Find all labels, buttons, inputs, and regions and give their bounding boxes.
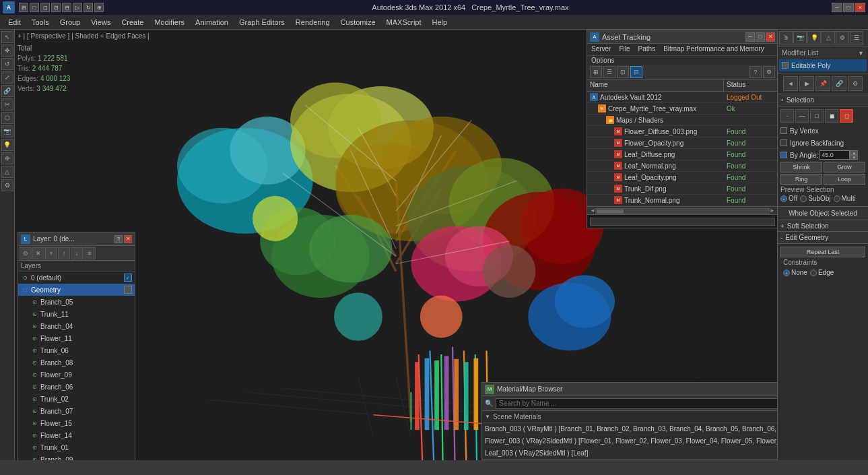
edge-constraint-radio[interactable] (810, 270, 817, 276)
modifier-dropdown-arrow[interactable]: ▼ (858, 50, 864, 57)
tool-systems[interactable]: ⚙ (1, 179, 13, 191)
layers-tool-6[interactable]: ≡ (84, 247, 96, 259)
menu-tools[interactable]: Tools (26, 17, 55, 28)
layer-item-branch09[interactable]: ⊙Branch_09 (18, 453, 135, 460)
layers-tool-5[interactable]: ↓ (71, 247, 83, 259)
rt-icon-4[interactable]: △ (822, 31, 835, 44)
scene-materials-toggle[interactable]: ▼ (485, 414, 490, 420)
rt-icon-3[interactable]: 💡 (807, 31, 821, 44)
at-tool-1[interactable]: ⊞ (590, 66, 602, 78)
menu-animation[interactable]: Animation (190, 17, 234, 28)
at-row-vault[interactable]: A Autodesk Vault 2012 Logged Out (587, 92, 777, 103)
at-row-leaf-opacity[interactable]: M Leaf_Opacity.png Found (587, 172, 777, 183)
layer-item-flower11[interactable]: ⊙Flower_11 (18, 332, 135, 344)
none-constraint-radio[interactable] (783, 270, 790, 276)
menu-rendering[interactable]: Rendering (290, 17, 335, 28)
menu-customize[interactable]: Customize (335, 17, 381, 28)
close-button[interactable]: ✕ (855, 3, 865, 12)
tb-icon-2[interactable]: □ (30, 3, 39, 12)
at-menu-file[interactable]: File (615, 44, 634, 55)
at-row-trunk-normal[interactable]: M Trunk_Normal.png Found (587, 195, 777, 206)
tb-icon-5[interactable]: ⊟ (62, 3, 71, 12)
modifier-checkbox[interactable] (782, 62, 789, 69)
ra-icon-link[interactable]: 🔗 (832, 76, 846, 91)
ra-icon-play[interactable]: ▶ (799, 76, 814, 91)
rt-icon-5[interactable]: ⚙ (836, 31, 849, 44)
layers-help-button[interactable]: ? (114, 235, 123, 243)
at-settings-button[interactable]: ⚙ (763, 66, 775, 78)
layer-item-trunk11[interactable]: ⊙Trunk_11 (18, 308, 135, 320)
off-radio[interactable] (780, 195, 787, 202)
at-tool-4[interactable]: ⊟ (630, 66, 642, 78)
ra-icon-settings[interactable]: ⚙ (848, 76, 863, 91)
tb-icon-4[interactable]: ⊡ (51, 3, 61, 12)
layer-item-flower14[interactable]: ⊙Flower_14 (18, 429, 135, 441)
angle-input[interactable] (820, 150, 850, 160)
sel-icon-vertex[interactable]: · (780, 109, 794, 123)
layer-item-default[interactable]: ⊙ 0 (default) ✓ (18, 272, 135, 284)
tool-light[interactable]: 💡 (1, 139, 13, 151)
menu-modifiers[interactable]: Modifiers (149, 17, 190, 28)
menu-create[interactable]: Create (116, 17, 149, 28)
layer-item-trunk06[interactable]: ⊙Trunk_06 (18, 344, 135, 356)
rt-icon-6[interactable]: ☰ (850, 31, 863, 44)
modifier-editable-poly[interactable]: Editable Poly (779, 59, 867, 71)
layers-tool-2[interactable]: ✕ (32, 247, 44, 259)
layer-item-branch06[interactable]: ⊙Branch_06 (18, 381, 135, 393)
layers-tool-3[interactable]: + (45, 247, 57, 259)
selection-section-header[interactable]: + Selection (778, 94, 868, 106)
rt-icon-2[interactable]: 📷 (793, 31, 807, 44)
at-menu-server[interactable]: Server (587, 44, 615, 55)
layer-item-flower09[interactable]: ⊙Flower_09 (18, 369, 135, 381)
layer-item-trunk01[interactable]: ⊙Trunk_01 (18, 441, 135, 453)
sel-icon-poly[interactable]: ◼ (825, 109, 838, 123)
layers-close-button[interactable]: ✕ (124, 235, 132, 243)
tool-link[interactable]: 🔗 (1, 85, 13, 97)
material-search-input[interactable] (496, 398, 777, 409)
edit-geometry-header[interactable]: - Edit Geometry (778, 232, 868, 244)
at-minimize-button[interactable]: ─ (745, 32, 755, 42)
at-tool-2[interactable]: ☰ (603, 66, 615, 78)
layer-item-branch05[interactable]: ⊙Branch_05 (18, 296, 135, 308)
tool-bind[interactable]: ⬡ (1, 112, 13, 124)
multi-radio[interactable] (834, 195, 840, 202)
at-options-item[interactable]: Options (587, 56, 777, 65)
tb-icon-7[interactable]: ↻ (84, 3, 93, 12)
layer-item-branch04[interactable]: ⊙Branch_04 (18, 320, 135, 332)
angle-down-button[interactable]: ▼ (850, 155, 858, 160)
tool-scale[interactable]: ⤢ (1, 71, 13, 84)
menu-edit[interactable]: Edit (3, 17, 26, 28)
layer-box-geometry[interactable] (124, 286, 132, 294)
tb-icon-8[interactable]: ⊕ (94, 3, 104, 12)
tb-icon-1[interactable]: ⊞ (19, 3, 28, 12)
at-restore-button[interactable]: □ (756, 32, 765, 42)
tool-unlink[interactable]: ✂ (1, 98, 13, 110)
at-scroll-left-icon[interactable]: ◄ (590, 208, 595, 214)
layers-tool-1[interactable]: ⊙ (20, 247, 32, 259)
at-row-leaf-normal[interactable]: M Leaf_Normal.png Found (587, 160, 777, 172)
layer-item-branch07[interactable]: ⊙Branch_07 (18, 405, 135, 417)
ra-icon-pin[interactable]: 📌 (815, 76, 830, 91)
tool-rotate[interactable]: ↺ (1, 58, 13, 70)
layer-item-branch08[interactable]: ⊙Branch_08 (18, 356, 135, 369)
layers-list[interactable]: ⊙ 0 (default) ✓ □ Geometry ⊙Branch_05 ⊙T… (18, 272, 135, 460)
at-menu-paths[interactable]: Paths (634, 44, 660, 55)
at-tool-3[interactable]: ⊡ (617, 66, 629, 78)
layer-item-flower15[interactable]: ⊙Flower_15 (18, 417, 135, 429)
menu-maxscript[interactable]: MAXScript (381, 17, 427, 28)
layer-check-default[interactable]: ✓ (124, 274, 132, 282)
restore-button[interactable]: □ (843, 3, 854, 12)
loop-button[interactable]: Loop (824, 174, 865, 185)
menu-views[interactable]: Views (86, 17, 116, 28)
subobj-radio[interactable] (800, 195, 807, 202)
at-row-leaf-diffuse[interactable]: M Leaf_Diffuse.png Found (587, 149, 777, 160)
menu-group[interactable]: Group (55, 17, 86, 28)
soft-selection-header[interactable]: + Soft Selection (778, 220, 868, 232)
tool-move[interactable]: ✥ (1, 44, 13, 57)
tool-shape[interactable]: △ (1, 166, 13, 178)
menu-help[interactable]: Help (427, 17, 453, 28)
ring-button[interactable]: Ring (780, 174, 822, 185)
at-row-flower-opacity[interactable]: M Flower_Opacity.png Found (587, 137, 777, 149)
by-angle-checkbox[interactable] (780, 152, 787, 158)
tool-camera[interactable]: 📷 (1, 125, 13, 137)
